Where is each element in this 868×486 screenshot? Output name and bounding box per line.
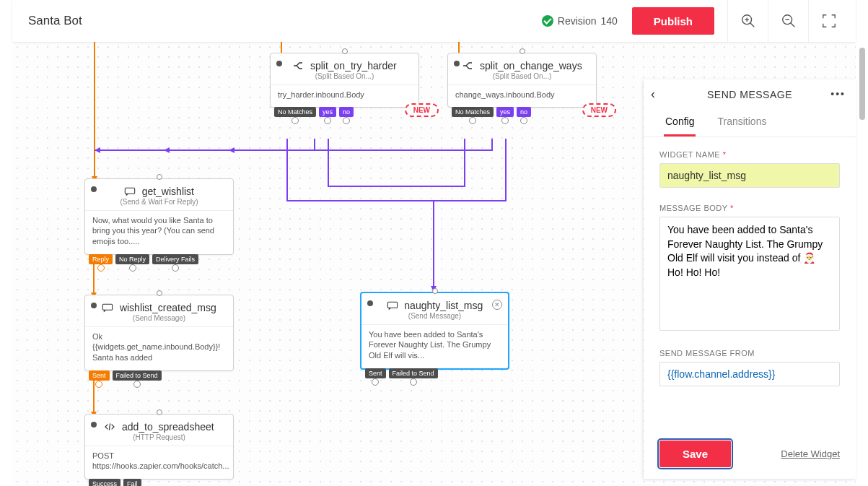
node-dot	[91, 303, 97, 308]
node-title: get_wishlist	[142, 186, 194, 197]
chat-icon	[124, 186, 136, 197]
port-sent[interactable]: Sent	[89, 370, 110, 381]
port-fail[interactable]: Fail	[123, 479, 141, 486]
svg-line-5	[790, 23, 794, 27]
node-body: try_harder.inbound.Body	[271, 84, 418, 108]
zoom-out-icon	[781, 13, 797, 29]
node-body: You have been added to Santa's Forever N…	[361, 324, 508, 369]
node-body: Now, what would you like Santa to bring …	[85, 210, 233, 255]
node-wishlist-created-msg[interactable]: wishlist_created_msg (Send Message) Ok {…	[84, 295, 234, 371]
message-body-label: MESSAGE BODY *	[659, 204, 840, 212]
tab-config[interactable]: Config	[664, 110, 696, 136]
widget-name-label: WIDGET NAME *	[659, 150, 840, 159]
node-title: split_on_try_harder	[310, 60, 397, 71]
node-title: wishlist_created_msg	[120, 302, 216, 313]
node-type: (HTTP Request)	[92, 433, 226, 441]
node-type: (Send & Wait For Reply)	[92, 198, 226, 206]
flow-title: Santa Bot	[28, 14, 82, 28]
node-body: POST https://hooks.zapier.com/hooks/catc…	[85, 446, 233, 480]
widget-name-input[interactable]	[659, 163, 840, 188]
send-from-input[interactable]	[659, 362, 840, 386]
app-header: Santa Bot Revision 140 Publish	[12, 0, 856, 42]
node-type: (Split Based On...)	[278, 72, 411, 80]
fullscreen-icon	[821, 13, 837, 29]
node-naughty-list-msg[interactable]: naughty_list_msg ✕ (Send Message) You ha…	[360, 292, 509, 370]
new-transition-button[interactable]: NEW	[582, 103, 616, 117]
node-dot	[91, 186, 97, 192]
node-dot	[454, 61, 460, 66]
node-title: add_to_spreadsheet	[122, 421, 214, 433]
panel-title: SEND MESSAGE	[707, 89, 792, 100]
node-type: (Send Message)	[92, 314, 226, 322]
port-delivery-fails[interactable]: Delivery Fails	[152, 254, 198, 264]
node-type: (Send Message)	[369, 312, 501, 320]
message-body-input[interactable]: You have been added to Santa's Forever N…	[659, 217, 840, 331]
port-sent[interactable]: Sent	[365, 368, 386, 378]
node-body: Ok {{widgets.get_name.inbound.Body}}! Sa…	[85, 326, 233, 371]
svg-rect-16	[387, 303, 397, 308]
back-button[interactable]: ‹	[651, 87, 655, 100]
port-no[interactable]: no	[339, 107, 354, 117]
node-body: change_ways.inbound.Body	[448, 84, 596, 108]
code-icon	[104, 421, 115, 433]
port-no-matches[interactable]: No Matches	[274, 107, 316, 117]
port-reply[interactable]: Reply	[89, 254, 113, 264]
message-icon	[387, 300, 398, 311]
svg-marker-11	[164, 147, 170, 153]
scrollbar[interactable]	[859, 48, 865, 120]
svg-line-1	[750, 23, 754, 27]
port-failed[interactable]: Failed to Send	[113, 370, 162, 381]
publish-button[interactable]: Publish	[632, 7, 714, 35]
message-icon	[102, 302, 113, 313]
port-no-matches[interactable]: No Matches	[452, 107, 494, 117]
check-icon	[542, 15, 553, 27]
port-failed[interactable]: Failed to Send	[389, 368, 438, 378]
port-yes[interactable]: yes	[496, 107, 514, 117]
port-yes[interactable]: yes	[319, 107, 336, 117]
header-tools	[727, 0, 849, 42]
zoom-in-button[interactable]	[727, 0, 768, 42]
split-icon	[462, 60, 473, 71]
node-add-to-spreadsheet[interactable]: add_to_spreadsheet (HTTP Request) POST h…	[84, 414, 234, 480]
node-split-on-try-harder[interactable]: split_on_try_harder (Split Based On...) …	[270, 53, 419, 108]
revision-status: Revision 140	[542, 15, 618, 27]
svg-rect-14	[125, 188, 134, 194]
panel-tabs: Config Transitions	[644, 110, 856, 137]
new-transition-button[interactable]: NEW	[405, 103, 439, 117]
node-type: (Split Based On...)	[455, 72, 589, 80]
node-split-on-change-ways[interactable]: split_on_change_ways (Split Based On...)…	[447, 53, 597, 108]
port-success[interactable]: Success	[89, 479, 120, 486]
node-dot	[367, 300, 373, 306]
node-dot	[276, 61, 282, 66]
close-icon[interactable]: ✕	[492, 300, 502, 310]
split-icon	[292, 60, 304, 71]
side-panel: ‹ SEND MESSAGE ••• Config Transitions WI…	[644, 79, 856, 479]
svg-rect-15	[103, 305, 113, 311]
zoom-out-button[interactable]	[768, 0, 808, 42]
node-title: naughty_list_msg	[404, 300, 483, 311]
more-menu-button[interactable]: •••	[830, 88, 846, 100]
send-from-label: SEND MESSAGE FROM	[659, 349, 840, 357]
delete-widget-link[interactable]: Delete Widget	[781, 448, 840, 459]
save-button[interactable]: Save	[659, 441, 731, 467]
node-dot	[91, 422, 97, 428]
node-title: split_on_change_ways	[480, 60, 582, 71]
port-no[interactable]: no	[517, 107, 531, 117]
fullscreen-button[interactable]	[808, 0, 849, 42]
port-no-reply[interactable]: No Reply	[115, 254, 149, 264]
svg-marker-12	[95, 147, 100, 153]
zoom-in-icon	[740, 13, 756, 29]
svg-marker-10	[229, 147, 234, 153]
revision-label: Revision	[558, 15, 597, 27]
tab-transitions[interactable]: Transitions	[716, 110, 768, 136]
revision-number: 140	[600, 15, 617, 27]
node-get-wishlist[interactable]: get_wishlist (Send & Wait For Reply) Now…	[84, 178, 234, 255]
